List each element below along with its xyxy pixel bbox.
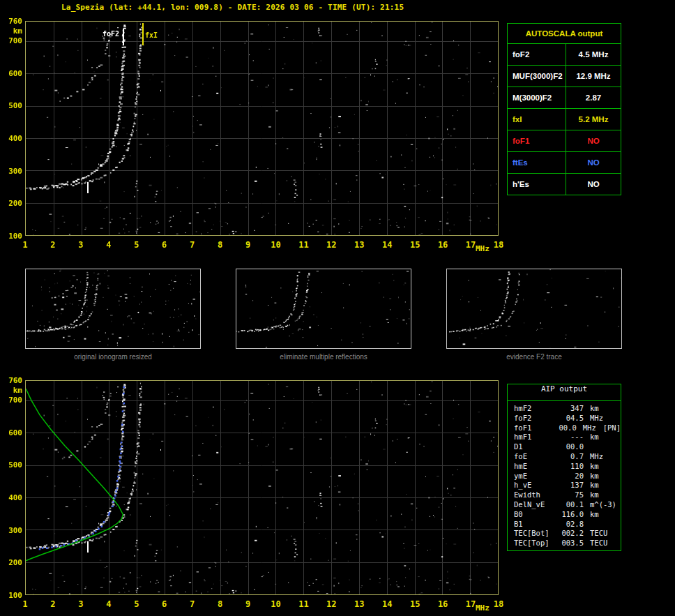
aip-row: ymE20km: [514, 472, 621, 481]
x-axis-tick-label: 3: [73, 240, 89, 250]
x-axis-tick-label: 12: [323, 599, 340, 609]
y-axis-tick-label: 760: [6, 376, 22, 385]
x-axis-tick-label: 15: [407, 240, 423, 250]
aip-row: foF100.0MHz[PN]: [514, 423, 621, 433]
aip-row: h_vE137km: [514, 481, 621, 490]
aip-row: hmE110km: [514, 462, 621, 472]
y-axis-unit-label: km: [6, 386, 22, 395]
aip-row-value: 347: [556, 404, 584, 414]
y-axis-tick-label: 400: [6, 134, 22, 143]
aip-row-unit: MHz: [590, 414, 603, 423]
autoscala-row-value: 4.5 MHz: [566, 44, 621, 65]
autoscala-window: La_Spezia (lat: +44.1, lon: 009.8) - DAT…: [0, 0, 675, 616]
x-axis-tick-label: 9: [240, 240, 257, 250]
aip-row-value: 75: [556, 490, 584, 500]
thumbnail-caption-original: original ionogram resized: [25, 353, 201, 361]
aip-row-unit: km: [590, 462, 599, 472]
aip-row-unit: m^(-3): [590, 500, 616, 510]
aip-row-label: DelN_vE: [514, 500, 556, 510]
x-axis-tick-label: 3: [73, 599, 89, 609]
aip-row-label: hmF2: [514, 404, 556, 414]
aip-output-table: AIP output hmF2347kmfoF204.5MHzfoF100.0M…: [507, 384, 621, 551]
aip-row-label: ymE: [514, 472, 556, 481]
x-axis-tick-label: 8: [212, 240, 229, 250]
x-axis-tick-label: 14: [379, 240, 395, 250]
x-axis-tick-label: 9: [240, 599, 257, 609]
aip-row-label: foF1: [514, 423, 552, 433]
aip-row-extra: [PN]: [603, 423, 621, 433]
thumbnail-caption-f2-trace: evidence F2 trace: [446, 353, 622, 361]
aip-row-label: TEC[Bot]: [514, 529, 556, 539]
x-axis-tick-label: 13: [351, 599, 367, 609]
aip-row-unit: TECU: [590, 529, 607, 539]
aip-row-label: B1: [514, 520, 556, 529]
x-axis-tick-label: 12: [323, 240, 340, 250]
ionogram-plot-bottom: [25, 380, 499, 595]
station-date-time-header: La_Spezia (lat: +44.1, lon: 009.8) - DAT…: [61, 3, 404, 12]
aip-row: B102.8: [514, 520, 621, 529]
x-axis-tick-label: 15: [407, 599, 423, 609]
fxi-marker-label: fxI: [145, 31, 158, 39]
x-axis-tick-label: 2: [45, 599, 61, 609]
aip-row-label: hmE: [514, 462, 556, 472]
aip-row-label: hmF1: [514, 433, 556, 442]
x-axis-tick-label: 11: [295, 599, 312, 609]
autoscala-row: MUF(3000)F212.9 MHz: [508, 66, 621, 87]
x-axis-tick-label: 18: [490, 599, 507, 609]
x-axis-tick-label: 11: [295, 240, 312, 250]
aip-row: hmF1---km: [514, 433, 621, 442]
autoscala-row-label: foF2: [508, 44, 566, 65]
aip-row-unit: TECU: [590, 539, 607, 548]
aip-row-value: 00.1: [556, 500, 584, 510]
x-axis-tick-label: 10: [267, 599, 284, 609]
fof2-marker-label: foF2: [103, 30, 119, 38]
y-axis-tick-label: 700: [6, 396, 22, 405]
aip-row-value: 002.2: [556, 529, 584, 539]
x-axis-tick-label: 4: [100, 240, 117, 250]
aip-table-title: AIP output: [508, 384, 621, 401]
thumbnail-original-ionogram: [25, 269, 201, 349]
aip-row-unit: km: [590, 490, 599, 500]
aip-row-value: 003.5: [556, 539, 584, 548]
autoscala-row-value: 12.9 MHz: [566, 66, 621, 87]
y-axis-tick-label: 500: [6, 101, 22, 110]
autoscala-row: h'EsNO: [508, 174, 621, 195]
autoscala-row: foF1NO: [508, 130, 621, 152]
y-axis-tick-label: 300: [6, 167, 22, 176]
aip-row-value: 137: [556, 481, 584, 490]
y-axis-tick-label: 200: [6, 558, 22, 567]
aip-row: B0116.0km: [514, 510, 621, 520]
autoscala-row-label: fxI: [508, 109, 566, 130]
aip-row: foF204.5MHz: [514, 414, 621, 423]
aip-row: hmF2347km: [514, 404, 621, 414]
aip-row-value: 20: [556, 472, 584, 481]
thumbnail-no-multiples: [236, 269, 411, 349]
autoscala-row-label: ftEs: [508, 152, 566, 173]
thumbnail-canvas-f2-trace: [447, 269, 621, 348]
x-axis-tick-label: 4: [100, 599, 117, 609]
aip-row: Ewidth75km: [514, 490, 621, 500]
aip-row-label: Ewidth: [514, 490, 556, 500]
autoscala-row-value: NO: [566, 174, 621, 195]
y-axis-tick-label: 700: [6, 36, 22, 45]
autoscala-table-header: AUTOSCALA output: [508, 24, 621, 44]
x-axis-tick-label: 1: [17, 240, 33, 250]
autoscala-row: fxI5.2 MHz: [508, 109, 621, 130]
thumbnail-caption-no-multiples: eliminate multiple reflections: [236, 353, 411, 361]
y-axis-tick-label: 600: [6, 69, 22, 78]
aip-row-label: foE: [514, 452, 556, 462]
aip-row-unit: MHz: [590, 452, 603, 462]
aip-row-unit: km: [590, 510, 599, 520]
x-axis-tick-label: 7: [184, 240, 201, 250]
autoscala-row-label: foF1: [508, 130, 566, 151]
aip-row-unit: km: [590, 433, 599, 442]
autoscala-row-value: NO: [566, 130, 621, 151]
x-axis-unit-label: MHz: [476, 603, 490, 613]
aip-table-rows: hmF2347kmfoF204.5MHzfoF100.0MHz[PN]hmF1-…: [508, 401, 621, 548]
x-axis-tick-label: 7: [184, 599, 201, 609]
thumbnail-f2-trace: [446, 269, 622, 349]
aip-row-value: 116.0: [556, 510, 584, 520]
aip-row-value: 00.0: [552, 423, 577, 433]
x-axis-tick-label: 5: [128, 599, 145, 609]
autoscala-row-label: MUF(3000)F2: [508, 66, 566, 87]
